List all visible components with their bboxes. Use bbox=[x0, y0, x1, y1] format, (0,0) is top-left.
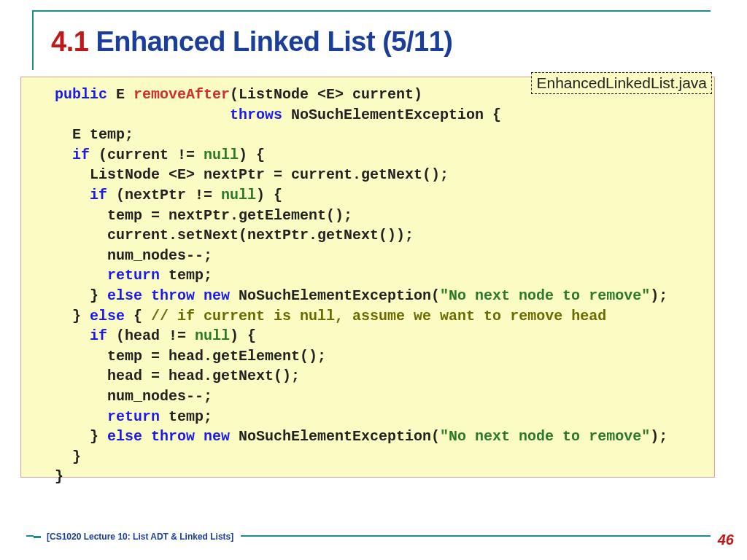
footer: [CS1020 Lecture 10: List ADT & Linked Li… bbox=[34, 532, 241, 542]
code-listing: public E removeAfter(ListNode <E> curren… bbox=[37, 85, 698, 487]
left-rule bbox=[32, 10, 34, 70]
slide-title: 4.1 Enhanced Linked List (5/11) bbox=[51, 26, 452, 58]
section-number: 4.1 bbox=[51, 26, 88, 57]
top-rule bbox=[32, 10, 711, 12]
footer-bullet-icon bbox=[34, 536, 41, 538]
title-text: Enhanced Linked List (5/11) bbox=[88, 26, 452, 57]
filename-badge: EnhancedLinkedList.java bbox=[531, 72, 712, 94]
code-box: public E removeAfter(ListNode <E> curren… bbox=[20, 77, 715, 478]
footer-text: [CS1020 Lecture 10: List ADT & Linked Li… bbox=[47, 532, 233, 542]
page-number: 46 bbox=[712, 532, 734, 548]
